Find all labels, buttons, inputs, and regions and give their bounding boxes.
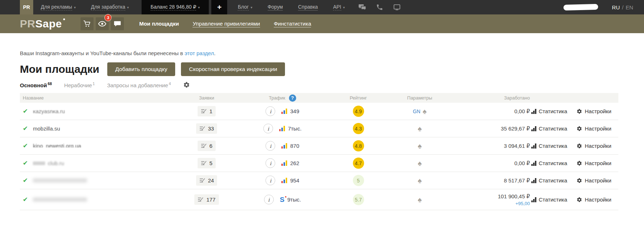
caret-down-icon: ▾	[343, 5, 345, 9]
requests-button[interactable]: 5	[198, 158, 216, 168]
table-row: ✔ kino_newesti.org.ua 6 i 870 4.8 ♠ 3 09…	[20, 137, 618, 155]
requests-icon	[199, 178, 206, 183]
cart-button[interactable]	[81, 17, 94, 30]
main-nav-bar: PRSape 3 Мои площадки Управление привиле…	[0, 14, 644, 33]
traffic-bars-icon	[281, 143, 287, 149]
messages-button[interactable]	[356, 1, 368, 13]
info-icon[interactable]: i	[265, 176, 275, 185]
traffic-bars-icon	[281, 160, 287, 166]
traffic-help-icon[interactable]: ?	[289, 94, 296, 102]
requests-icon	[201, 160, 207, 166]
header-earned: Заработано	[456, 95, 530, 101]
statistics-link[interactable]: Статистика	[530, 196, 571, 203]
menu-api[interactable]: API ▾	[325, 0, 353, 14]
rating-badge: 4.7	[353, 158, 364, 169]
chat-bubbles-icon	[358, 3, 367, 12]
site-name[interactable]	[33, 178, 87, 182]
add-funds-button[interactable]: +	[211, 0, 227, 14]
spade-icon: ♠	[418, 196, 422, 203]
requests-button[interactable]: 6	[198, 141, 216, 151]
caret-down-icon: ▾	[251, 5, 252, 9]
earned-value: 3 094,61 ₽	[504, 143, 530, 149]
requests-button[interactable]: 33	[196, 123, 217, 134]
info-icon[interactable]: i	[263, 124, 273, 133]
pr-logo-badge[interactable]: PR	[20, 0, 33, 14]
caret-down-icon: ▾	[198, 5, 200, 9]
settings-link[interactable]: Настройки	[571, 160, 618, 166]
nav-privileges[interactable]: Управление привилегиями	[193, 21, 260, 27]
tab-broken[interactable]: Нерабочие1	[64, 81, 95, 88]
lang-ru[interactable]: RU	[612, 4, 620, 10]
traffic-value: 7тыс.	[288, 125, 302, 132]
status-ok-icon: ✔	[23, 159, 28, 167]
gn-params: GN	[413, 109, 420, 114]
requests-icon	[201, 143, 207, 149]
link-forum[interactable]: Форум	[260, 0, 291, 14]
info-icon[interactable]: i	[265, 141, 275, 151]
earned-value: 8 517,67 ₽	[504, 177, 530, 184]
gear-icon	[576, 126, 582, 132]
menu-for-earners[interactable]: Для заработка ▾	[83, 0, 137, 14]
site-name[interactable]: kazyashka.ru	[33, 108, 65, 114]
rating-badge: 4.9	[353, 106, 364, 117]
info-icon[interactable]: i	[265, 106, 275, 116]
rating-badge: 4.8	[353, 140, 364, 151]
site-name[interactable]: kino_newesti.org.ua	[33, 143, 81, 149]
views-button[interactable]: 3	[96, 17, 109, 30]
statistics-link[interactable]: Статистика	[530, 125, 571, 132]
logo-dot	[63, 18, 65, 20]
migration-notice: Ваши Instagram-аккаунты и YouTube-каналы…	[20, 50, 644, 56]
chat-icon	[113, 20, 121, 28]
statistics-icon	[531, 178, 536, 183]
info-icon[interactable]: i	[265, 158, 275, 168]
statistics-link[interactable]: Статистика	[530, 177, 571, 184]
this-section-link[interactable]: этот раздел	[185, 50, 214, 56]
gear-icon	[576, 109, 582, 114]
site-name[interactable]: club.ru	[33, 160, 64, 166]
gear-icon	[576, 197, 582, 203]
link-help[interactable]: Справка	[290, 0, 325, 14]
phone-button[interactable]	[373, 1, 386, 13]
statistics-link[interactable]: Статистика	[530, 143, 571, 149]
nav-finstat[interactable]: Финстатистика	[274, 21, 311, 27]
settings-link[interactable]: Настройки	[571, 125, 618, 132]
speed-index-check-button[interactable]: Скоростная проверка индексации	[181, 62, 285, 76]
earned-value: 0,00 ₽	[514, 108, 530, 115]
balance-dropdown[interactable]: Баланс 28 946,80 ₽ ▾	[142, 0, 209, 14]
nav-my-sites[interactable]: Мои площадки	[139, 21, 179, 27]
page-title: Мои площадки	[20, 63, 99, 75]
status-ok-icon: ✔	[23, 196, 28, 203]
table-settings-button[interactable]	[183, 81, 190, 88]
settings-link[interactable]: Настройки	[571, 108, 618, 114]
settings-link[interactable]: Настройки	[571, 177, 618, 184]
tab-add-requests[interactable]: Запросы на добавление4	[107, 81, 171, 88]
notification-badge[interactable]: 3	[104, 14, 112, 21]
monitor-icon	[393, 3, 401, 11]
monitor-button[interactable]	[391, 1, 403, 13]
site-name[interactable]: mobzilla.su	[33, 125, 60, 132]
menu-blog[interactable]: Блог ▾	[230, 0, 260, 14]
gear-icon	[183, 81, 190, 88]
prsape-logo[interactable]: PRSape	[20, 18, 62, 30]
settings-link[interactable]: Настройки	[571, 196, 618, 203]
add-site-button[interactable]: Добавить площадку	[107, 62, 175, 76]
lang-en[interactable]: EN	[626, 4, 633, 10]
requests-button[interactable]: 1	[198, 106, 216, 116]
comments-button[interactable]	[111, 17, 124, 30]
statistics-link[interactable]: Статистика	[530, 160, 571, 166]
requests-button[interactable]: 24	[196, 175, 217, 186]
site-name[interactable]	[33, 198, 87, 202]
header-requests: Заявки	[181, 95, 232, 101]
statistics-link[interactable]: Статистика	[530, 108, 571, 114]
eye-icon	[98, 19, 107, 28]
table-row: ✔ 177 i S 9тыс. 5.7 ♠ 101 900,45 ₽ +	[20, 189, 618, 210]
info-icon[interactable]: i	[264, 195, 274, 204]
settings-link[interactable]: Настройки	[571, 143, 618, 149]
requests-button[interactable]: 177	[194, 194, 219, 205]
rating-badge: 5	[353, 175, 364, 186]
spade-icon: ♠	[418, 142, 422, 150]
menu-for-advertisers[interactable]: Для рекламы ▾	[33, 0, 83, 14]
tab-main[interactable]: Основной68	[20, 81, 52, 88]
language-switcher[interactable]: RU / EN	[612, 0, 633, 14]
traffic-bars-icon	[281, 109, 287, 114]
